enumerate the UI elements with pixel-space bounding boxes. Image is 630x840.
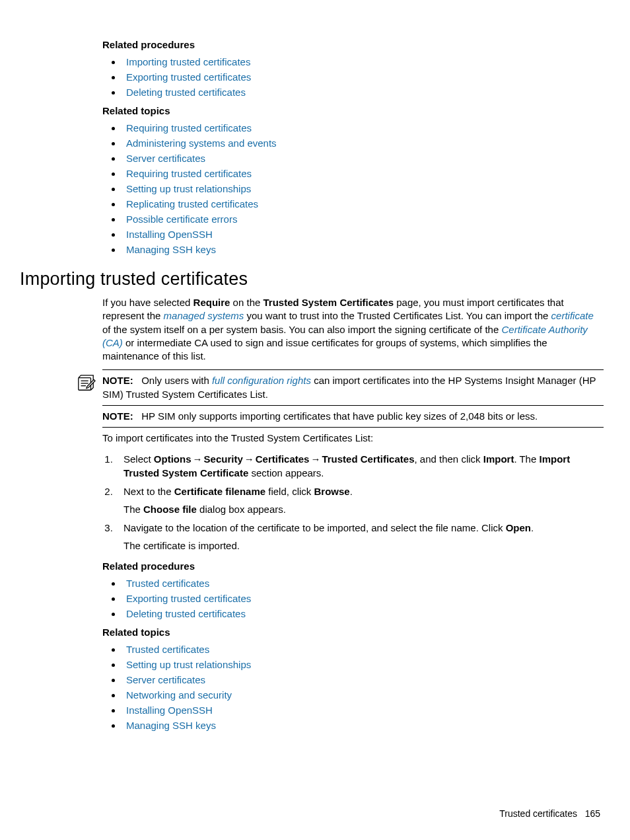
link-setting-up-trust-relationships[interactable]: Setting up trust relationships xyxy=(126,659,251,670)
text: The xyxy=(123,504,143,515)
text: Navigate to the location of the certific… xyxy=(123,522,506,533)
link-deleting-trusted-certificates[interactable]: Deleting trusted certificates xyxy=(126,608,246,619)
note-text: NOTE: Only users with full configuration… xyxy=(102,370,604,405)
list-item: Installing OpenSSH xyxy=(122,227,604,242)
text-bold: Import xyxy=(483,453,514,465)
text-bold: Require xyxy=(193,297,230,308)
arrow-icon: → xyxy=(243,453,256,465)
list-item: Networking and security xyxy=(122,687,604,703)
link-requiring-trusted-certificates-2[interactable]: Requiring trusted certificates xyxy=(126,168,252,179)
text: HP SIM only supports importing certifica… xyxy=(141,410,538,422)
link-managing-ssh-keys[interactable]: Managing SSH keys xyxy=(126,244,216,255)
text: section appears. xyxy=(248,467,324,478)
related-procedures-list: Importing trusted certificates Exporting… xyxy=(102,54,604,100)
link-trusted-certificates[interactable]: Trusted certificates xyxy=(126,578,209,589)
link-requiring-trusted-certificates[interactable]: Requiring trusted certificates xyxy=(126,122,252,134)
text: you want to trust into the Trusted Certi… xyxy=(244,310,551,321)
link-administering-systems-and-events[interactable]: Administering systems and events xyxy=(126,137,277,149)
arrow-icon: → xyxy=(192,453,204,465)
text-bold: Open xyxy=(506,522,531,533)
footer-text: Trusted certificates xyxy=(499,808,577,819)
note-block: NOTE: Only users with full configuration… xyxy=(102,369,604,428)
list-item: Trusted certificates xyxy=(122,642,604,657)
list-item: Server certificates xyxy=(122,672,604,687)
text: or intermediate CA used to sign and issu… xyxy=(102,337,547,362)
text-bold: Certificate filename xyxy=(174,486,265,497)
text: on the xyxy=(230,297,263,308)
section-title: Importing trusted certificates xyxy=(20,269,604,289)
link-importing-trusted-certificates[interactable]: Importing trusted certificates xyxy=(126,56,250,67)
link-setting-up-trust-relationships[interactable]: Setting up trust relationships xyxy=(126,183,251,194)
link-exporting-trusted-certificates[interactable]: Exporting trusted certificates xyxy=(126,593,251,604)
text-bold: Browse xyxy=(314,486,349,497)
related-topics-list: Trusted certificates Setting up trust re… xyxy=(102,642,604,733)
list-item: Deleting trusted certificates xyxy=(122,85,604,100)
list-item: Administering systems and events xyxy=(122,135,604,151)
list-item: Requiring trusted certificates xyxy=(122,166,604,181)
text-bold: Security xyxy=(204,453,243,465)
list-item: Installing OpenSSH xyxy=(122,703,604,718)
steps-list: Select Options→Security→Certificates→Tru… xyxy=(102,450,604,555)
related-topics-heading: Related topics xyxy=(102,105,604,116)
text: dialog box appears. xyxy=(197,504,286,515)
intro-paragraph: If you have selected Require on the Trus… xyxy=(102,296,604,363)
text-bold: Certificates xyxy=(256,453,310,465)
text: If you have selected xyxy=(102,297,193,308)
text: , and then click xyxy=(414,453,483,465)
text-bold: Trusted Certificates xyxy=(322,453,414,465)
related-topics-heading: Related topics xyxy=(102,627,604,638)
related-procedures-heading: Related procedures xyxy=(102,560,604,572)
text: Select xyxy=(123,453,154,465)
link-installing-openssh[interactable]: Installing OpenSSH xyxy=(126,229,213,240)
text: . xyxy=(350,486,353,497)
text-bold: Choose file xyxy=(143,504,197,515)
link-exporting-trusted-certificates[interactable]: Exporting trusted certificates xyxy=(126,71,251,83)
arrow-icon: → xyxy=(309,453,322,465)
text: Only users with xyxy=(141,375,212,386)
note-label: NOTE: xyxy=(102,375,133,386)
step-sub: The Choose file dialog box appears. xyxy=(123,502,604,516)
link-deleting-trusted-certificates[interactable]: Deleting trusted certificates xyxy=(126,87,246,98)
text: . xyxy=(531,522,534,533)
link-replicating-trusted-certificates[interactable]: Replicating trusted certificates xyxy=(126,198,258,210)
step-item: Select Options→Security→Certificates→Tru… xyxy=(116,450,604,482)
list-item: Managing SSH keys xyxy=(122,718,604,733)
list-item: Managing SSH keys xyxy=(122,242,604,257)
text: Next to the xyxy=(123,486,174,497)
text: of the system itself on a per system bas… xyxy=(102,324,501,335)
page-number: 165 xyxy=(585,808,600,819)
link-server-certificates[interactable]: Server certificates xyxy=(126,153,205,164)
related-procedures-heading: Related procedures xyxy=(102,39,604,50)
list-item: Exporting trusted certificates xyxy=(122,69,604,85)
note-label: NOTE: xyxy=(102,410,133,422)
text-bold: Trusted System Certificates xyxy=(263,297,394,308)
related-procedures-list: Trusted certificates Exporting trusted c… xyxy=(102,576,604,621)
svg-rect-0 xyxy=(79,378,91,391)
link-installing-openssh[interactable]: Installing OpenSSH xyxy=(126,705,213,716)
list-item: Server certificates xyxy=(122,151,604,166)
list-item: Requiring trusted certificates xyxy=(122,120,604,135)
text-bold: Options xyxy=(154,453,192,465)
list-item: Importing trusted certificates xyxy=(122,54,604,69)
term-full-configuration-rights[interactable]: full configuration rights xyxy=(212,375,311,386)
link-possible-certificate-errors[interactable]: Possible certificate errors xyxy=(126,213,237,225)
link-trusted-certificates[interactable]: Trusted certificates xyxy=(126,644,209,655)
list-item: Setting up trust relationships xyxy=(122,181,604,196)
link-managing-ssh-keys[interactable]: Managing SSH keys xyxy=(126,720,216,731)
step-item: Next to the Certificate filename field, … xyxy=(116,482,604,519)
term-certificate[interactable]: certificate xyxy=(551,310,594,321)
term-managed-systems[interactable]: managed systems xyxy=(164,310,244,321)
link-networking-and-security[interactable]: Networking and security xyxy=(126,689,232,701)
list-item: Setting up trust relationships xyxy=(122,657,604,672)
related-topics-list: Requiring trusted certificates Administe… xyxy=(102,120,604,257)
note-text: NOTE: HP SIM only supports importing cer… xyxy=(102,406,604,427)
list-item: Deleting trusted certificates xyxy=(122,606,604,621)
note-icon xyxy=(76,370,102,395)
text: field, click xyxy=(265,486,314,497)
list-item: Trusted certificates xyxy=(122,576,604,591)
list-item: Replicating trusted certificates xyxy=(122,196,604,211)
lead-text: To import certificates into the Trusted … xyxy=(102,432,604,445)
link-server-certificates[interactable]: Server certificates xyxy=(126,674,205,685)
list-item: Possible certificate errors xyxy=(122,211,604,227)
text: . The xyxy=(514,453,539,465)
